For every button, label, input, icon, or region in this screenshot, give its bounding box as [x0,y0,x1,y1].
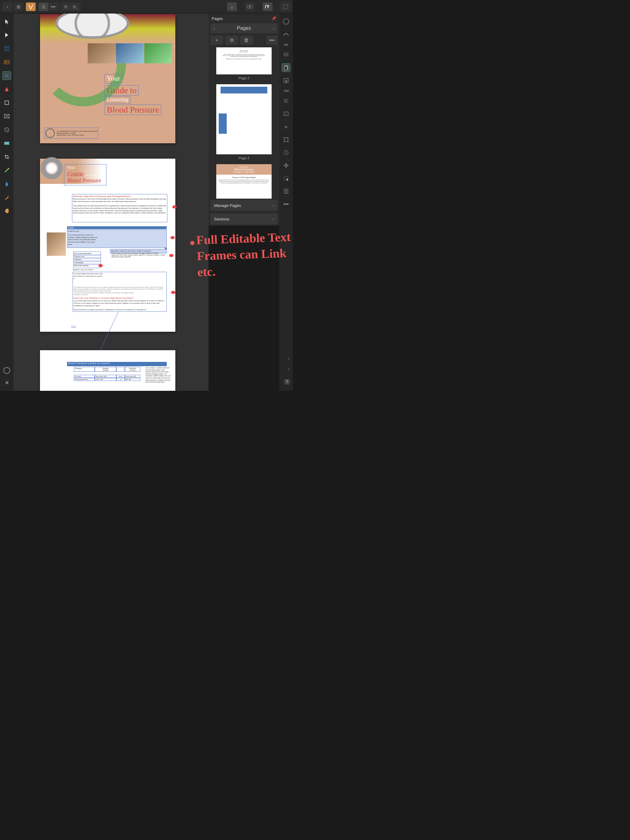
panel-title: Pages [212,16,223,21]
title-bp[interactable]: Blood Pressure [104,104,161,115]
picture-frame-tool[interactable] [2,112,11,120]
prev-arrow[interactable]: ‹ [288,355,290,362]
svg-text:A: A [5,73,8,78]
table-tool[interactable] [2,58,11,66]
canvas[interactable]: Your Guide to Lowering Blood Pressure U.… [14,14,209,391]
nav-prev-icon[interactable]: ‹ [214,26,215,31]
photo-family [88,43,116,63]
overflow-marker[interactable] [171,291,175,294]
overflow-marker[interactable] [169,254,174,257]
svg-rect-10 [5,101,9,104]
cover-footer[interactable]: U.S. DEPARTMENT OF HEALTH AND HUMAN SERV… [44,128,98,139]
box-title[interactable]: result [67,226,167,229]
color-swatch[interactable] [2,366,11,375]
title-lowering[interactable]: Lowering [104,96,130,103]
text-styles-inspector[interactable] [282,109,290,118]
layers-inspector[interactable] [282,51,290,59]
close-tool[interactable]: ✕ [2,379,11,387]
preview-split[interactable] [256,2,260,11]
page-title-block[interactable]: Your Guide to Lowering Blood Pressure [64,164,106,185]
pan-tool[interactable] [2,207,11,215]
vector-brush-tool[interactable] [2,166,11,175]
risk-inact[interactable]: Physical inactivity [73,264,101,268]
snap-button[interactable] [263,2,272,11]
color-inspector[interactable] [282,17,290,26]
zoom-button[interactable]: ⌕ [227,2,237,11]
text-frame-lower[interactable]: You have high blood pres-sure. Ask your … [73,272,167,312]
preview-button[interactable] [245,2,255,11]
see-doctor: diabetes, see your doctor. [73,269,94,271]
stock-tool[interactable] [2,139,11,148]
pen-tool[interactable] [2,85,11,93]
table-header[interactable]: Category Systolic(mmHg) Diastolic(mmHg) [74,367,140,372]
new-document-button[interactable]: ⎘ [61,2,71,11]
assets-inspector[interactable] [282,174,290,183]
cover-title-block[interactable]: Your Guide to Lowering Blood Pressure [104,74,161,115]
thumbnail-page-2[interactable]: Nathan eta sw dolortext aus utem ipsum..… [211,47,277,80]
grid-button[interactable]: ⊞ [14,2,24,11]
fullscreen-button[interactable]: ⛶ [280,2,290,11]
title-guide[interactable]: Guide to [104,85,139,96]
shape-tool[interactable] [2,125,11,134]
stroke-inspector[interactable] [282,30,290,39]
page-2[interactable]: Your Guide to Lowering Blood Pressure Wh… [40,159,175,332]
pages-inspector[interactable] [282,63,290,72]
pin-icon[interactable]: 📌 [272,16,276,21]
stroke-value: 0pt [279,43,293,46]
svg-text:fx: fx [285,125,288,129]
character-inspector[interactable]: a [282,76,290,85]
text-frame-box[interactable]: Good for you! Your blood pressure could … [67,229,167,248]
history-inspector[interactable] [282,148,290,157]
navigator-inspector[interactable] [282,161,290,170]
svg-rect-4 [4,60,9,64]
sections-button[interactable]: Sections› [211,213,277,224]
fill-tool[interactable] [2,180,11,188]
table-body[interactable]: Normal less than 120 and less than 80 Pr… [74,375,140,391]
list-button[interactable]: ☰ [38,2,48,11]
thumbnail-page-3[interactable]: Page 3 [211,84,277,160]
node-tool[interactable] [2,31,11,39]
app-icon[interactable] [26,2,36,11]
flow-out-icon[interactable]: ▶ [165,246,167,250]
overflow-marker[interactable] [98,264,103,267]
move-tool[interactable] [2,17,11,26]
artistic-text-tool[interactable]: A [2,71,11,80]
page-1[interactable]: Your Guide to Lowering Blood Pressure U.… [40,14,175,143]
more-button[interactable]: ••• [48,2,58,11]
color-picker-tool[interactable] [2,193,11,202]
rectangle-tool[interactable] [2,98,11,107]
new-document-preset-button[interactable]: ⎘₁ [71,2,81,11]
thumbnails[interactable]: Nathan eta sw dolortext aus utem ipsum..… [209,47,279,199]
table-title-band[interactable]: Blood Pressure Levels for Adults* [67,362,167,366]
title-your[interactable]: Your [104,74,122,83]
panel-nav[interactable]: ‹ Pages › [211,24,277,33]
paragraph-inspector[interactable] [282,96,290,105]
svg-point-18 [8,196,9,197]
page-more-button[interactable]: ••• [266,36,277,45]
manage-pages-button[interactable]: Manage Pages› [211,200,277,211]
thumbnail-page-4[interactable]: Lower Your Blood Pressure by Aiming for … [211,164,277,199]
add-page-button[interactable]: + [211,36,223,45]
next-arrow[interactable]: › [288,366,290,373]
delete-page-button[interactable]: 🗑 [240,36,253,45]
text-frame-intro[interactable]: What Are High Blood Pressure and Prehype… [72,194,167,222]
fx-inspector[interactable]: fx [282,122,290,131]
frame-text-tool[interactable]: T [2,44,11,53]
footer-text: U.S. DEPARTMENT OF HEALTH AND HUMAN SERV… [57,130,97,136]
overflow-marker[interactable] [171,236,175,239]
zoom-split[interactable] [238,2,242,11]
help-button[interactable]: ? [284,379,290,385]
snap-split[interactable] [274,2,278,11]
flow-in-marker[interactable] [72,326,75,328]
crop-tool[interactable] [2,153,11,161]
right-inspector-rail: 0pt a 10pt fx ••• [279,14,293,391]
overflow-marker[interactable] [172,205,177,208]
nav-next-icon[interactable]: › [273,26,274,31]
more-inspectors[interactable]: ••• [282,200,290,208]
page-3[interactable]: Blood Pressure Levels for Adults* Catego… [40,350,175,391]
duplicate-page-button[interactable]: ⧉ [225,36,238,45]
transform-inspector[interactable] [282,135,290,144]
fields-inspector[interactable] [282,187,290,196]
side-text[interactable]: two numbers—systolic pressure (as the he… [146,367,172,383]
back-button[interactable]: ‹ [2,2,12,11]
